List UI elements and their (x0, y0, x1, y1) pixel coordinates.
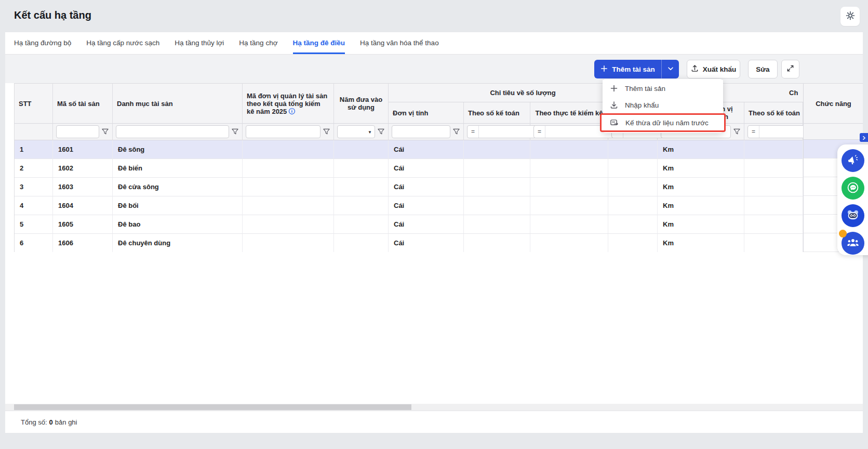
filter-cell-8: = (530, 124, 608, 140)
table-row-6[interactable]: 61606Đê chuyên dùngCáiKm (15, 234, 863, 252)
chat-float-button[interactable] (842, 177, 864, 200)
tab-bar: Hạ tầng đường bộHạ tầng cấp nước sạchHạ … (5, 32, 863, 55)
assets-table: STT Mã số tài sản Danh mục tài sản Mã đơ… (15, 84, 863, 252)
col-header-by-inventory[interactable]: Theo thực tế kiểm kê (530, 102, 608, 124)
notification-badge (839, 230, 847, 237)
cell-r5-c8 (530, 215, 608, 234)
info-icon[interactable] (288, 108, 296, 115)
table-row-3[interactable]: 31603Đê cửa sôngCáiKm (15, 178, 863, 196)
download-icon (610, 101, 618, 109)
equals-operator[interactable]: = (534, 126, 545, 138)
funnel-filter-icon[interactable] (323, 128, 330, 136)
cell-r4-c4 (243, 196, 334, 215)
horizontal-scrollbar[interactable] (5, 404, 863, 411)
cell-r3-c7 (464, 178, 530, 196)
megaphone-float-button[interactable] (842, 149, 864, 172)
total-label: Tổng số: (21, 418, 47, 426)
cell-r3-c10: Km (658, 178, 744, 196)
cell-r6-c4 (243, 234, 334, 252)
filter-input[interactable] (116, 125, 229, 138)
table-row-5[interactable]: 51605Đê baoCáiKm (15, 215, 863, 234)
megaphone-icon (847, 154, 859, 168)
cell-r4-c1: 4 (15, 196, 53, 215)
tab-5[interactable]: Hạ tầng đê điều (293, 32, 345, 54)
fullscreen-button[interactable] (781, 60, 799, 78)
cell-r2-c11 (744, 159, 803, 178)
cell-r1-c11 (744, 140, 803, 159)
cell-r5-c9 (608, 215, 658, 234)
mascot-float-button[interactable] (842, 204, 864, 227)
upload-icon (691, 64, 699, 74)
cell-r1-c4 (243, 140, 334, 159)
menu-item-2[interactable]: Nhập khẩu (603, 97, 723, 113)
settings-button[interactable] (840, 7, 860, 26)
equals-operator[interactable]: = (468, 126, 479, 138)
cell-r6-c11 (744, 234, 803, 252)
cell-r6-c6: Cái (389, 234, 464, 252)
scrollbar-thumb[interactable] (14, 404, 411, 410)
plus-icon (600, 65, 608, 74)
col-header-year[interactable]: Năm đưa vào sử dụng (334, 84, 389, 124)
table-row-4[interactable]: 41604Đê bốiCáiKm (15, 196, 863, 215)
col-header-asset-code[interactable]: Mã số tài sản (53, 84, 113, 124)
tab-4[interactable]: Hạ tầng chợ (239, 32, 277, 54)
cell-r2-c4 (243, 159, 334, 178)
table-row-2[interactable]: 21602Đê biểnCáiKm (15, 159, 863, 178)
tab-3[interactable]: Hạ tầng thủy lợi (175, 32, 224, 54)
funnel-filter-icon[interactable] (733, 128, 741, 136)
filter-input[interactable] (392, 125, 450, 138)
add-asset-dropdown-toggle[interactable] (661, 60, 679, 78)
table-row-1[interactable]: 11601Đê sôngCáiKm (15, 140, 863, 159)
filter-cell-7: = (464, 124, 530, 140)
col-header-asset-category[interactable]: Danh mục tài sản (113, 84, 243, 124)
col-header-by-accounting[interactable]: Theo số kế toán (464, 102, 530, 124)
cell-r3-c9 (608, 178, 658, 196)
filter-select[interactable] (337, 125, 375, 138)
toolbar: Thêm tài sản Xuất khẩu Sửa (5, 55, 863, 83)
cell-r2-c3: Đê biển (113, 159, 243, 178)
expand-icon (786, 64, 794, 74)
mascot-icon (845, 207, 861, 224)
col-header-actions[interactable]: Chức năng (804, 84, 863, 124)
add-asset-button[interactable]: Thêm tài sản (594, 60, 661, 78)
col-header-length-accounting[interactable]: Theo số kế toán (744, 102, 803, 124)
funnel-filter-icon[interactable] (101, 128, 109, 136)
gear-icon (845, 10, 856, 22)
menu-item-3[interactable]: Kế thừa dữ liệu năm trước (600, 113, 726, 132)
cell-r1-c10: Km (658, 140, 744, 159)
tab-2[interactable]: Hạ tầng cấp nước sạch (86, 32, 159, 54)
people-float-button[interactable] (842, 232, 864, 255)
tab-1[interactable]: Hạ tầng đường bộ (14, 32, 71, 54)
add-asset-label: Thêm tài sản (612, 65, 655, 73)
tab-6[interactable]: Hạ tầng văn hóa thể thao (360, 32, 439, 54)
col-header-unit-code[interactable]: Mã đơn vị quản lý tài sản theo kết quả t… (243, 84, 334, 124)
export-button[interactable]: Xuất khẩu (687, 60, 740, 78)
funnel-filter-icon[interactable] (231, 128, 239, 136)
cell-r4-c3: Đê bối (113, 196, 243, 215)
floating-widget-panel (837, 144, 868, 255)
edit-button[interactable]: Sửa (748, 60, 778, 78)
cell-r6-c7 (464, 234, 530, 252)
col-header-quantity-unit[interactable]: Đơn vị tính (389, 102, 464, 124)
cell-r6-c2: 1606 (53, 234, 113, 252)
cell-r2-c9 (608, 159, 658, 178)
cell-r2-c8 (530, 159, 608, 178)
cell-r4-c9 (608, 196, 658, 215)
cell-r5-c11 (744, 215, 803, 234)
collapse-handle[interactable] (860, 133, 868, 142)
col-header-stt[interactable]: STT (15, 84, 53, 124)
filter-cell-2 (53, 124, 113, 140)
cell-r3-c6: Cái (389, 178, 464, 196)
equals-operator[interactable]: = (748, 126, 759, 138)
filter-input[interactable] (56, 125, 99, 138)
cell-r6-c1: 6 (15, 234, 53, 252)
menu-item-1[interactable]: Thêm tài sản (603, 80, 723, 97)
funnel-filter-icon[interactable] (452, 128, 460, 136)
data-grid: STT Mã số tài sản Danh mục tài sản Mã đơ… (14, 83, 863, 252)
menu-item-label: Nhập khẩu (625, 101, 659, 109)
filter-input[interactable] (246, 125, 321, 138)
cell-r1-c8 (530, 140, 608, 159)
cell-r2-c5 (334, 159, 389, 178)
table-body: 11601Đê sôngCáiKm21602Đê biểnCáiKm31603Đ… (15, 140, 863, 252)
funnel-filter-icon[interactable] (377, 128, 385, 136)
